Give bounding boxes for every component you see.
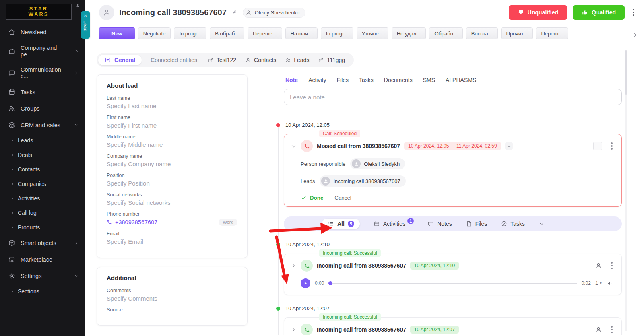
scrollbar-thumb[interactable] [625,50,627,95]
avatar [352,159,361,168]
entry-menu-button[interactable] [609,324,615,335]
stage-button-4-item[interactable]: Переше... [248,27,282,39]
sidebar-item-settings[interactable]: Settings [0,268,85,284]
filter-files[interactable]: Files [466,221,487,227]
sidebar-subitem-leads[interactable]: Leads [0,133,85,148]
lead-content: General Connected entities: Test122Conta… [85,45,644,335]
stage-button-0-new[interactable]: New [99,27,135,39]
entity-link-111ggg[interactable]: 111ggg [318,57,345,63]
person-icon[interactable] [595,262,602,269]
tab-general[interactable]: General [98,55,142,65]
phone-link[interactable]: +380938567607 [107,219,157,225]
lead-drawer-tab[interactable]: × Lead [81,11,90,39]
sidebar-subitem-deals[interactable]: Deals [0,148,85,162]
person-responsible-label: Person responsible [301,161,345,167]
field-placeholder[interactable]: Specify Last name [107,103,237,109]
stage-button-11-item[interactable]: Прочит... [501,27,533,39]
stage-button-12-item[interactable]: Перего... [536,27,568,39]
composer-tab-alphasms[interactable]: ALPHASMS [446,77,476,83]
person-responsible-chip[interactable]: Oleksii Siedykh [350,158,405,169]
entity-link-leads[interactable]: Leads [285,57,309,63]
sidebar-subitem-companies[interactable]: Companies [0,177,85,191]
composer-tab-activity[interactable]: Activity [308,77,326,83]
entry-menu-button[interactable] [609,141,615,151]
play-button[interactable] [301,278,310,288]
person-icon [103,8,111,16]
call-title: Incoming call from 380938567607 [317,262,406,269]
sidebar-subitem-sections[interactable]: Sections [0,284,85,299]
stage-button-3-item[interactable]: В обраб... [210,27,244,39]
sidebar-item-newsfeed[interactable]: Newsfeed [0,24,85,40]
audio-seekbar[interactable] [328,283,577,284]
copy-link-icon[interactable] [231,9,238,16]
file-icon [466,221,472,227]
entity-link-contacts[interactable]: Contacts [245,57,276,63]
assignee-placeholder[interactable] [593,142,602,150]
note-input[interactable] [284,89,622,105]
stage-button-9-item[interactable]: Обрабо... [429,27,463,39]
sidebar-subitem-call-log[interactable]: Call log [0,206,85,220]
entry-menu-button[interactable] [609,260,615,271]
timeline-filter-bar: All5Activities1NotesFilesTasks [284,216,622,231]
chevron-down-icon[interactable] [291,143,297,149]
composer-tab-sms[interactable]: SMS [423,77,435,83]
chevron-right-icon[interactable] [291,263,297,269]
sidebar-subitem-contacts[interactable]: Contacts [0,162,85,177]
filter-tasks[interactable]: Tasks [501,221,525,227]
stage-button-7-item[interactable]: Уточне... [357,27,388,39]
close-icon[interactable]: × [84,13,87,19]
filter-activities[interactable]: Activities1 [374,221,414,227]
stage-button-2-in-progr[interactable]: In progr... [174,27,206,39]
sidebar-subitem-products[interactable]: Products [0,220,85,235]
composer-tab-note[interactable]: Note [285,77,298,83]
cancel-button[interactable]: Cancel [334,195,351,201]
call-title: Missed call from 380938567607 [317,143,400,149]
person-icon[interactable] [595,326,602,333]
filter-notes[interactable]: Notes [427,221,452,227]
field-placeholder[interactable]: Specify First name [107,122,237,129]
stage-button-6-in-progr[interactable]: In progr... [321,27,353,39]
stages-scroll-right-icon[interactable] [632,32,638,38]
lead-link-chip[interactable]: Incoming call 380938567607 [320,175,405,187]
composer-tab-tasks[interactable]: Tasks [359,77,374,83]
field-placeholder[interactable]: Specify Comments [107,295,237,302]
header-menu-button[interactable] [630,7,637,18]
store-icon [8,256,16,263]
composer-tab-files[interactable]: Files [336,77,349,83]
audio-seek-handle[interactable] [328,281,332,285]
stage-button-8-item[interactable]: Не удал... [392,27,426,39]
chevron-right-icon[interactable] [291,327,297,333]
person-icon [246,10,252,16]
stage-button-5-item[interactable]: Назнач... [285,27,318,39]
done-button[interactable]: Done [301,195,323,201]
about-lead-card: About lead Last nameSpecify Last nameFir… [97,74,248,258]
sidebar-item-company-and-pe[interactable]: Company and pe... [0,40,85,62]
page-title: Incoming call 380938567607 [119,8,227,17]
entity-link-test122[interactable]: Test122 [208,57,236,63]
volume-icon[interactable] [607,280,613,287]
stage-button-1-negotiate[interactable]: Negotiate [138,27,171,39]
field-placeholder[interactable]: Specify Position [107,180,237,187]
sidebar-item-crm-and-sales[interactable]: CRM and sales [0,117,85,133]
filter-all[interactable]: All5 [322,219,360,229]
sidebar-subitem-activities[interactable]: Activities [0,191,85,206]
sidebar-item-smart-objects[interactable]: Smart objects [0,235,85,251]
pin-icon[interactable] [75,4,81,10]
stage-button-10-item[interactable]: Восста... [466,27,498,39]
field-placeholder[interactable]: Specify Company name [107,161,237,167]
field-placeholder[interactable]: Specify Email [107,238,237,245]
sidebar-item-groups[interactable]: Groups [0,100,85,117]
unqualified-button[interactable]: Unqualified [509,5,567,20]
content-scrollbar[interactable] [625,50,627,331]
qualified-button[interactable]: Qualified [573,5,625,20]
sidebar-item-marketplace[interactable]: Marketplace [0,251,85,268]
owner-chip[interactable]: Olexiy Shevchenko [243,8,305,18]
field-placeholder[interactable]: Specify Middle name [107,141,237,148]
sidebar-item-tasks[interactable]: Tasks [0,84,85,100]
sidebar-item-communication-c[interactable]: Communication c... [0,62,85,84]
composer-tab-documents[interactable]: Documents [384,77,413,83]
playback-rate[interactable]: 1 × [595,280,602,286]
field-placeholder[interactable]: Specify Social networks [107,199,237,206]
filter-chevron-down-icon[interactable] [539,221,545,227]
app-logo[interactable]: STAR WARS [6,4,72,20]
